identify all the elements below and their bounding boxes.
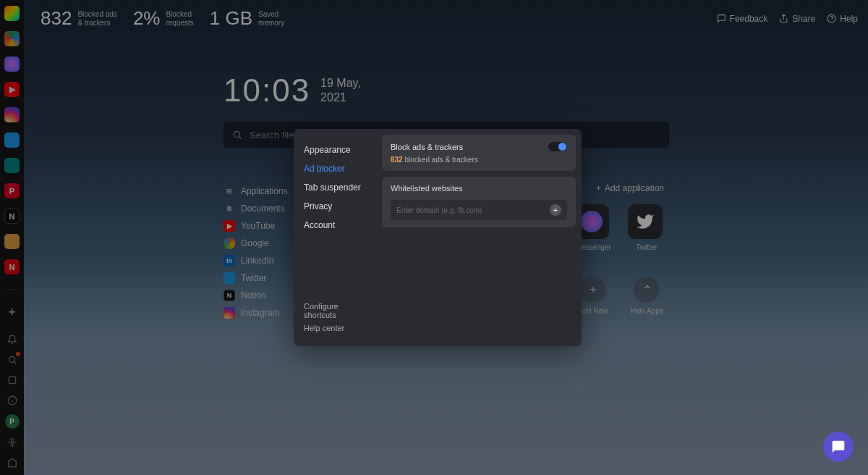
stat-blocked-ads-value: 832 xyxy=(41,7,72,30)
home-icon[interactable] xyxy=(6,456,19,469)
block-ads-card: Block ads & trackers 832 blocked ads & t… xyxy=(382,135,576,171)
feedback-icon xyxy=(717,14,726,23)
sidebar-app-netflix[interactable]: N xyxy=(4,259,20,274)
block-ads-toggle[interactable] xyxy=(548,142,567,151)
menu-privacy[interactable]: Privacy xyxy=(304,197,372,216)
notifications-icon[interactable] xyxy=(6,333,19,346)
messenger-icon xyxy=(581,211,603,232)
configure-shortcuts-link[interactable]: Configure shortcuts xyxy=(304,300,372,321)
menu-tab-suspender[interactable]: Tab suspender xyxy=(304,178,372,197)
sidebar-app-teal[interactable] xyxy=(4,158,20,173)
sidebar-app-multicolor[interactable] xyxy=(4,6,20,21)
twitter-icon xyxy=(224,272,235,284)
sidebar-app-messenger[interactable] xyxy=(4,56,20,72)
whitelist-input-row: + xyxy=(391,200,567,220)
chevron-down-icon[interactable]: ⌄ xyxy=(260,324,269,336)
sidebar-app-instagram[interactable] xyxy=(4,107,20,122)
share-icon xyxy=(779,14,788,23)
settings-content: Block ads & trackers 832 blocked ads & t… xyxy=(382,129,582,346)
apps-icon: ⊞ xyxy=(224,185,235,197)
left-item-linkedin[interactable]: in LinkedIn xyxy=(224,252,293,269)
menu-appearance[interactable]: Appearance xyxy=(304,140,372,159)
documents-icon: 🗎 xyxy=(224,203,235,214)
sidebar-divider xyxy=(5,289,20,290)
whitelist-add-button[interactable]: + xyxy=(550,204,561,216)
menu-ad-blocker[interactable]: Ad blocker xyxy=(304,159,372,178)
clock-date: 19 May, 2021 xyxy=(320,76,361,105)
plus-icon: + xyxy=(590,283,596,296)
stat-saved-mem-value: 1 GB xyxy=(210,7,252,30)
clock-date-line2: 2021 xyxy=(320,91,361,105)
left-item-documents[interactable]: 🗎 Documents xyxy=(224,200,293,217)
stat-saved-mem-label: Saved memory xyxy=(258,10,284,27)
menu-account[interactable]: Account xyxy=(304,216,372,235)
whitelist-input[interactable] xyxy=(396,206,550,214)
help-icon xyxy=(827,14,836,23)
linkedin-icon: in xyxy=(224,255,235,266)
svg-point-5 xyxy=(234,131,239,137)
chevron-up-icon: ⌃ xyxy=(642,283,652,297)
extensions-icon[interactable] xyxy=(6,374,19,387)
block-ads-count: 832 xyxy=(391,156,403,164)
sidebar-app-slack[interactable] xyxy=(4,234,20,249)
tile-twitter[interactable]: Twitter xyxy=(628,204,665,251)
left-item-youtube[interactable]: ▶ YouTube xyxy=(224,217,293,235)
help-center-link[interactable]: Help center xyxy=(304,321,372,335)
left-item-applications[interactable]: ⊞ Applications xyxy=(224,182,293,200)
left-item-label: Notion xyxy=(241,290,266,300)
whitelist-title: Whitelisted websites xyxy=(391,184,567,193)
youtube-icon: ▶ xyxy=(224,220,235,232)
left-item-label: Instagram xyxy=(241,308,279,318)
left-item-twitter[interactable]: Twitter xyxy=(224,269,293,287)
plus-icon: + xyxy=(596,183,601,193)
left-item-label: Applications xyxy=(241,186,288,196)
topright-actions: Feedback Share Help xyxy=(717,14,858,24)
chat-fab[interactable] xyxy=(823,432,854,462)
stat-blocked-pct-label: Blocked requests xyxy=(166,10,193,27)
clock-date-line1: 19 May, xyxy=(320,76,361,91)
settings-icon[interactable] xyxy=(6,436,19,449)
share-label: Share xyxy=(792,14,815,24)
search-icon xyxy=(232,130,242,140)
sidebar: ▶ P N N + P xyxy=(0,0,24,475)
sidebar-bottom: P xyxy=(0,333,24,469)
info-icon[interactable] xyxy=(6,394,19,407)
sidebar-app-youtube[interactable]: ▶ xyxy=(4,82,20,97)
instagram-icon xyxy=(224,307,235,319)
feedback-button[interactable]: Feedback xyxy=(717,14,768,24)
left-item-label: Google xyxy=(241,238,269,248)
svg-rect-1 xyxy=(9,377,15,383)
app-tiles: Messenger Twitter xyxy=(574,204,665,251)
left-item-notion[interactable]: N Notion xyxy=(224,287,293,304)
settings-modal: Appearance Ad blocker Tab suspender Priv… xyxy=(294,129,582,346)
help-label: Help xyxy=(840,14,858,24)
app-tiles-secondary: + Add New ⌃ Hide Apps xyxy=(574,277,665,315)
left-item-label: Documents xyxy=(241,203,285,214)
add-application-label: Add application xyxy=(605,183,664,193)
left-item-label: YouTube xyxy=(241,221,275,231)
stat-blocked-ads-label: Blocked ads & trackers xyxy=(77,10,116,27)
block-ads-title: Block ads & trackers xyxy=(391,143,463,151)
settings-menu: Appearance Ad blocker Tab suspender Priv… xyxy=(294,129,382,346)
chat-icon xyxy=(831,440,846,454)
stat-blocked-requests: 2% Blocked requests xyxy=(133,7,194,30)
left-item-instagram[interactable]: Instagram xyxy=(224,304,293,321)
search-icon[interactable] xyxy=(6,353,19,366)
tile-hide-apps[interactable]: ⌃ Hide Apps xyxy=(628,277,665,315)
stat-saved-memory: 1 GB Saved memory xyxy=(210,7,284,30)
sidebar-app-gdrive[interactable] xyxy=(4,31,20,46)
clock-area: 10:03 19 May, 2021 xyxy=(224,72,361,109)
left-item-google[interactable]: Google xyxy=(224,235,293,252)
settings-bottom-links: Configure shortcuts Help center xyxy=(304,300,372,335)
sidebar-app-pinterest[interactable]: P xyxy=(4,183,20,198)
sidebar-add-app[interactable]: + xyxy=(4,304,20,319)
help-button[interactable]: Help xyxy=(827,14,858,24)
add-application-button[interactable]: + Add application xyxy=(596,183,664,193)
tile-label: Hide Apps xyxy=(628,307,665,315)
share-button[interactable]: Share xyxy=(779,14,815,24)
sidebar-app-notion[interactable]: N xyxy=(4,209,20,224)
clock-time: 10:03 xyxy=(224,72,310,109)
sidebar-app-twitter[interactable] xyxy=(4,133,20,148)
profile-avatar[interactable]: P xyxy=(5,414,20,429)
topbar: 832 Blocked ads & trackers 2% Blocked re… xyxy=(41,7,858,30)
